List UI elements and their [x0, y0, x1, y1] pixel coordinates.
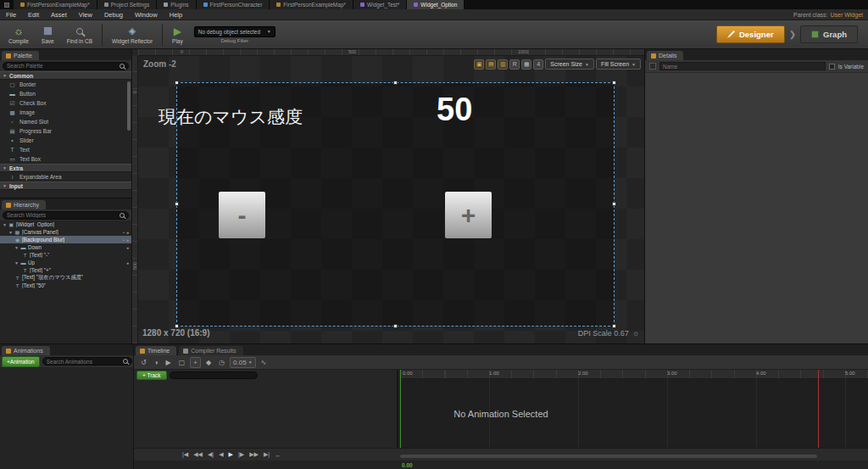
menu-help[interactable]: Help: [164, 11, 188, 19]
hierarchy-row-up[interactable]: ▼▬Up●: [0, 259, 131, 266]
save-button[interactable]: Save: [36, 25, 59, 45]
next-key-button[interactable]: ▶▶: [249, 451, 259, 458]
camera-icon[interactable]: ◑: [152, 358, 161, 367]
render-movie-icon[interactable]: ▢: [176, 358, 188, 367]
tab-details[interactable]: Details: [647, 51, 683, 60]
resize-handle-s[interactable]: [393, 324, 398, 328]
hierarchy-row-down[interactable]: ▼▬Down●: [0, 243, 131, 251]
tab-palette[interactable]: Palette: [2, 51, 39, 60]
widget-name-input[interactable]: [659, 62, 826, 70]
hierarchy-row-canvas-panel[interactable]: ▼▦[Canvas Panel]▪●: [0, 228, 131, 236]
localization-preview-icon[interactable]: ▣: [474, 59, 484, 70]
tab-compiler-results[interactable]: Compiler Results: [179, 346, 242, 355]
play-button[interactable]: ▶: [229, 451, 233, 458]
play-button[interactable]: ▶ Play: [167, 25, 188, 45]
row-lock-eye-icons[interactable]: ▪●: [123, 230, 129, 235]
doc-tab-plugins[interactable]: Plugins: [157, 0, 196, 9]
palette-item-slider[interactable]: •Slider: [0, 136, 131, 145]
tab-hierarchy[interactable]: Hierarchy: [2, 200, 46, 209]
designer-canvas[interactable]: 現在のマウス感度 50 - + Zoom -2 ▣ ▤ ▥ R ▦ 4: [138, 56, 644, 343]
keyframe-options-icon[interactable]: ◆: [203, 358, 214, 367]
resize-handle-e[interactable]: [612, 202, 616, 206]
timeline-scrollbar[interactable]: [400, 455, 817, 458]
grid-snap-icon[interactable]: ▦: [521, 59, 531, 70]
doc-tab-firstpersonexamplemap-1[interactable]: FirstPersonExampleMap*: [14, 0, 97, 9]
palette-item-text-box[interactable]: ▭Text Box: [0, 154, 131, 164]
expander-icon[interactable]: ▼: [14, 245, 19, 250]
hierarchy-row-text-plus[interactable]: T[Text] "+": [0, 266, 131, 274]
doc-tab-firstpersoncharacter[interactable]: FirstPersonCharacter: [197, 0, 270, 9]
expander-icon[interactable]: ▼: [8, 230, 13, 235]
palette-item-expandable-area[interactable]: ↕Expandable Area: [0, 172, 131, 181]
tab-animations[interactable]: Animations: [2, 346, 50, 355]
flow-direction-icon[interactable]: ▤: [486, 59, 496, 70]
prev-key-button[interactable]: ◀|: [208, 451, 214, 458]
palette-item-image[interactable]: ▩Image: [0, 108, 131, 117]
row-lock-eye-icons[interactable]: ●: [126, 245, 129, 250]
undo-icon[interactable]: ↺: [138, 358, 149, 367]
doc-tab-firstpersonexamplemap-2[interactable]: FirstPersonExampleMap*: [270, 0, 353, 9]
compile-button[interactable]: ☼ Compile: [3, 25, 34, 45]
fill-screen-dropdown[interactable]: Fill Screen ▼: [596, 59, 641, 70]
add-animation-button[interactable]: +Animation: [2, 356, 40, 367]
menu-file[interactable]: File: [0, 11, 22, 19]
grid-size-button[interactable]: 4: [533, 59, 543, 70]
palette-scrollbar[interactable]: [127, 81, 131, 131]
hierarchy-row-text-sensitivity[interactable]: T[Text] "現在のマウス感度": [0, 274, 131, 282]
step-back-loop-button[interactable]: ◀◀: [193, 451, 203, 458]
resize-handle-ne[interactable]: [612, 81, 616, 85]
resize-handle-n[interactable]: [393, 81, 398, 85]
curves-icon[interactable]: ∿: [259, 358, 270, 367]
resize-handle-w[interactable]: [175, 202, 179, 206]
resize-handle-nw[interactable]: [175, 81, 179, 85]
palette-group-common[interactable]: ▼Common: [0, 71, 131, 80]
designer-mode-button[interactable]: Designer: [716, 25, 785, 43]
row-lock-eye-icons[interactable]: ▪●: [123, 237, 129, 243]
graph-mode-button[interactable]: Graph: [800, 25, 858, 43]
doc-tab-widget-test[interactable]: Widget_Test*: [353, 0, 407, 9]
menu-window[interactable]: Window: [129, 11, 164, 19]
palette-item-button[interactable]: ▬Button: [0, 89, 131, 98]
palette-item-text[interactable]: TText: [0, 145, 131, 154]
track-filter-input[interactable]: [170, 371, 258, 379]
palette-group-extra[interactable]: ▼Extra: [0, 164, 131, 172]
hierarchy-row-text-minus[interactable]: T[Text] "-": [0, 251, 131, 259]
resolution-r-button[interactable]: R: [509, 59, 520, 70]
palette-item-border[interactable]: ▢Border: [0, 80, 131, 89]
palette-item-named-slot[interactable]: ▫Named Slot: [0, 117, 131, 126]
doc-tab-project-settings[interactable]: Project Settings: [97, 0, 158, 9]
expander-icon[interactable]: ▼: [14, 260, 19, 265]
hierarchy-row-text-50[interactable]: T[Text] "50": [0, 282, 131, 289]
go-to-end-button[interactable]: ▶|: [264, 451, 270, 458]
widget-reflector-button[interactable]: ◈ Widget Reflector: [107, 25, 158, 45]
expander-icon[interactable]: ▼: [3, 222, 7, 227]
find-in-cb-button[interactable]: Find in CB: [62, 25, 97, 45]
doc-tab-widget-option[interactable]: Widget_Option: [407, 0, 465, 9]
tab-timeline[interactable]: Timeline: [136, 346, 176, 355]
screen-size-dropdown[interactable]: Screen Size ▼: [545, 59, 594, 70]
menu-view[interactable]: View: [73, 11, 98, 19]
mirror-icon[interactable]: ▥: [498, 59, 508, 70]
palette-item-progress-bar[interactable]: ▤Progress Bar: [0, 126, 131, 136]
loop-toggle-button[interactable]: ↔: [275, 452, 281, 458]
animations-search-input[interactable]: [47, 359, 121, 365]
add-track-button[interactable]: + Track: [136, 371, 167, 380]
debug-object-dropdown[interactable]: No debug object selected ▼: [194, 26, 275, 37]
parent-class-value[interactable]: User Widget: [830, 12, 863, 18]
snap-interval-dropdown[interactable]: 0.05▼: [230, 357, 256, 368]
hierarchy-row-background-blur[interactable]: ◉[Background Blur]▪●: [0, 236, 131, 243]
time-ruler[interactable]: 0.00 1.00 2.00 3.00 4.00 5.00: [400, 370, 868, 379]
hierarchy-search-input[interactable]: [7, 212, 118, 218]
hierarchy-row-widget-option[interactable]: ▼▣[Widget_Option]: [0, 221, 131, 228]
palette-group-input[interactable]: ▼Input: [0, 181, 131, 190]
menu-debug[interactable]: Debug: [98, 11, 129, 19]
resize-handle-se[interactable]: [612, 324, 616, 328]
go-to-start-button[interactable]: |◀: [182, 451, 188, 458]
row-lock-eye-icons[interactable]: ●: [126, 260, 129, 265]
step-forward-button[interactable]: |▶: [238, 451, 244, 458]
gear-icon[interactable]: ☼: [632, 329, 639, 338]
menu-asset[interactable]: Asset: [45, 11, 73, 19]
play-options-icon[interactable]: ▶: [164, 358, 174, 367]
clock-icon[interactable]: ◷: [216, 358, 227, 367]
palette-item-checkbox[interactable]: ☑Check Box: [0, 98, 131, 108]
